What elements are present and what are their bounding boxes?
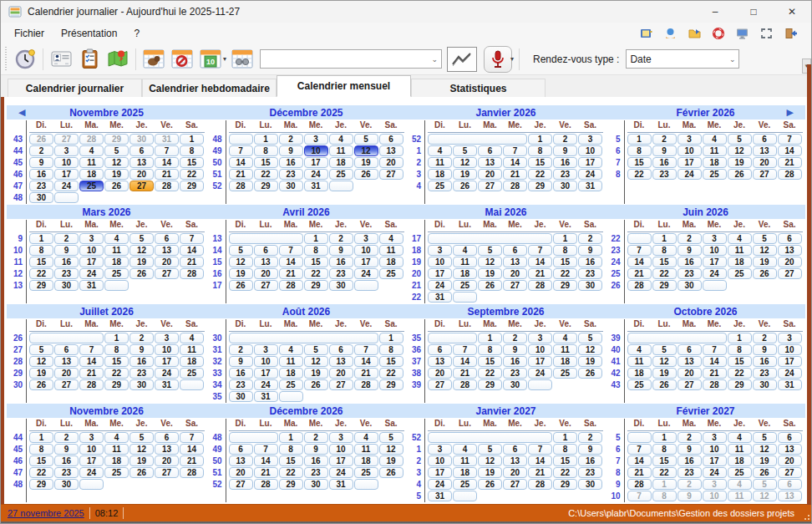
day-cell[interactable]: 25 xyxy=(453,280,477,291)
day-cell[interactable]: 1 xyxy=(627,134,652,145)
day-cell[interactable]: 16 xyxy=(129,356,154,367)
day-cell[interactable]: 13 xyxy=(778,444,802,455)
day-cell[interactable]: 28 xyxy=(627,280,652,291)
day-cell[interactable]: 24 xyxy=(703,268,727,279)
day-cell[interactable]: 8 xyxy=(379,344,403,355)
day-cell[interactable]: 7 xyxy=(528,245,552,256)
day-cell[interactable]: 6 xyxy=(503,245,527,256)
day-cell[interactable]: 21 xyxy=(503,169,527,180)
day-cell[interactable]: 28 xyxy=(279,280,303,291)
day-cell[interactable]: 13 xyxy=(753,145,777,156)
day-cell[interactable]: 11 xyxy=(79,157,104,168)
tab-statistiques[interactable]: Statistiques xyxy=(411,79,546,97)
day-cell[interactable]: 18 xyxy=(104,257,129,267)
day-cell[interactable]: 9 xyxy=(578,245,602,256)
day-cell[interactable]: 21 xyxy=(627,268,652,279)
day-cell[interactable]: 23 xyxy=(678,467,702,478)
day-cell[interactable]: 21 xyxy=(155,169,179,180)
day-cell[interactable]: 4 xyxy=(104,233,129,244)
day-cell[interactable]: 30 xyxy=(329,280,353,291)
day-cell[interactable]: 20 xyxy=(503,467,527,478)
day-cell[interactable]: 8 xyxy=(728,344,752,355)
day-cell[interactable]: 7 xyxy=(254,444,278,455)
day-cell[interactable]: 17 xyxy=(428,467,452,478)
day-cell[interactable]: 14 xyxy=(155,157,179,168)
day-cell[interactable]: 12 xyxy=(753,245,777,256)
day-cell[interactable]: 4 xyxy=(453,444,477,455)
day-cell[interactable]: 20 xyxy=(155,257,179,267)
day-cell[interactable]: 13 xyxy=(129,157,154,168)
day-cell[interactable]: 10 xyxy=(678,145,702,156)
day-cell[interactable]: 5 xyxy=(478,444,502,455)
day-cell[interactable]: 24 xyxy=(155,368,179,379)
day-cell[interactable]: 22 xyxy=(304,268,328,279)
day-cell[interactable]: 14 xyxy=(354,356,378,367)
day-cell[interactable]: 5 xyxy=(354,134,378,145)
day-cell[interactable]: 23 xyxy=(553,169,577,180)
day-cell[interactable]: 20 xyxy=(503,268,527,279)
day-cell[interactable]: 16 xyxy=(54,455,79,466)
contact-card-button[interactable] xyxy=(47,46,75,73)
day-cell[interactable]: 1 xyxy=(304,233,328,244)
day-cell[interactable]: 5 xyxy=(753,432,777,443)
day-cell[interactable]: 1 xyxy=(528,134,552,145)
day-cell[interactable]: 15 xyxy=(553,257,577,267)
day-cell[interactable]: 4 xyxy=(428,145,452,156)
day-cell[interactable]: 19 xyxy=(129,257,154,267)
day-cell[interactable]: 13 xyxy=(379,145,403,156)
day-cell[interactable]: 9 xyxy=(129,344,154,355)
day-cell[interactable]: 30 xyxy=(29,192,53,203)
day-cell[interactable]: 4 xyxy=(728,432,752,443)
day-cell[interactable]: 5 xyxy=(129,432,154,443)
day-cell[interactable]: 7 xyxy=(180,233,204,244)
tab-calendrier-journalier[interactable]: Calendrier journalier xyxy=(8,79,142,97)
day-cell[interactable]: 26 xyxy=(29,134,53,145)
day-cell[interactable]: 20 xyxy=(753,157,777,168)
day-cell[interactable]: 5 xyxy=(652,344,677,355)
day-cell[interactable]: 14 xyxy=(79,356,104,367)
day-cell[interactable]: 19 xyxy=(29,368,53,379)
day-cell[interactable]: 23 xyxy=(229,379,253,390)
day-cell[interactable]: 10 xyxy=(778,344,802,355)
day-cell[interactable]: 10 xyxy=(54,157,79,168)
day-cell[interactable]: 12 xyxy=(129,444,154,455)
day-cell[interactable]: 14 xyxy=(627,455,652,466)
day-cell[interactable]: 12 xyxy=(29,356,53,367)
day-cell[interactable]: 22 xyxy=(652,467,677,478)
day-cell[interactable]: 3 xyxy=(778,333,802,343)
day-cell[interactable]: 7 xyxy=(453,344,477,355)
day-cell[interactable]: 5 xyxy=(29,344,53,355)
day-cell[interactable]: 26 xyxy=(304,379,328,390)
day-cell[interactable]: 15 xyxy=(652,257,677,267)
day-cell[interactable]: 21 xyxy=(79,368,104,379)
day-cell[interactable]: 23 xyxy=(329,268,353,279)
day-cell[interactable]: 16 xyxy=(678,455,702,466)
day-cell[interactable]: 24 xyxy=(329,467,353,478)
day-cell[interactable]: 27 xyxy=(778,467,802,478)
day-cell-selected[interactable]: 10 xyxy=(304,145,328,156)
day-cell[interactable]: 1 xyxy=(379,333,403,343)
day-cell[interactable]: 22 xyxy=(379,368,403,379)
fullscreen-icon[interactable] xyxy=(759,27,774,40)
day-cell[interactable]: 26 xyxy=(453,181,477,191)
day-cell[interactable]: 17 xyxy=(79,455,104,466)
day-cell[interactable]: 31 xyxy=(254,391,278,402)
day-cell[interactable]: 22 xyxy=(29,467,53,478)
day-cell[interactable]: 5 xyxy=(379,432,403,443)
day-cell[interactable]: 16 xyxy=(753,356,777,367)
day-cell[interactable]: 7 xyxy=(79,344,104,355)
day-cell[interactable]: 7 xyxy=(229,145,253,156)
day-cell[interactable]: 5 xyxy=(728,134,752,145)
day-cell[interactable]: 30 xyxy=(279,181,303,191)
day-cell[interactable]: 19 xyxy=(652,368,677,379)
day-cell[interactable]: 2 xyxy=(29,145,53,156)
day-cell[interactable]: 26 xyxy=(379,467,403,478)
day-cell[interactable]: 30 xyxy=(304,479,328,490)
day-cell[interactable]: 3 xyxy=(703,432,727,443)
day-cell[interactable]: 30 xyxy=(54,479,79,490)
day-cell[interactable]: 30 xyxy=(578,280,602,291)
day-cell[interactable]: 2 xyxy=(652,134,677,145)
day-cell[interactable]: 27 xyxy=(254,280,278,291)
day-cell[interactable]: 18 xyxy=(453,268,477,279)
day-cell-selected[interactable]: 25 xyxy=(79,181,104,191)
